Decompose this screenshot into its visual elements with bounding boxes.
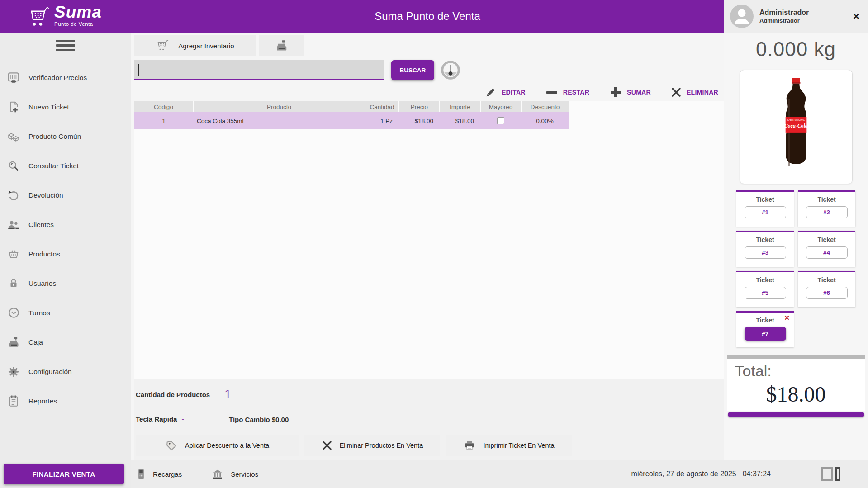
sidebar-item-usuarios[interactable]: Usuarios	[0, 269, 131, 298]
sidebar-item-label: Nuevo Ticket	[28, 103, 69, 111]
sale-button-label: Imprimir Ticket En Venta	[483, 442, 554, 449]
ticket-close-icon[interactable]: ✕	[784, 314, 790, 322]
finalizar-venta-button[interactable]: FINALIZAR VENTA	[4, 464, 124, 484]
search-input[interactable]	[134, 60, 384, 80]
sidebar-menu: Verificador PreciosNuevo TicketProducto …	[0, 63, 131, 416]
sidebar-item-nuevo-ticket[interactable]: Nuevo Ticket	[0, 92, 131, 122]
page-title: Suma Punto de Venta	[131, 10, 724, 23]
ticket-button-4[interactable]: #4	[806, 246, 848, 259]
window-restore-icon[interactable]	[821, 467, 833, 481]
sidebar-item-configuracion[interactable]: Configuración	[0, 357, 131, 386]
suma-cart-logo-icon	[26, 6, 51, 29]
sidebar-item-label: Productos	[28, 250, 60, 258]
pencil-icon	[485, 86, 497, 98]
sidebar-item-label: Caja	[28, 338, 43, 346]
sidebar-item-consultar-ticket[interactable]: Consultar Ticket	[0, 151, 131, 180]
column-header: Mayoreo	[480, 101, 521, 112]
sidebar-item-productos[interactable]: Productos	[0, 239, 131, 269]
search-row: BUSCAR	[134, 60, 724, 81]
svg-text:Coca-Cola: Coca-Cola	[784, 122, 807, 128]
cash-register-icon	[275, 39, 288, 52]
imprimir-ticket-button[interactable]: Imprimir Ticket En Venta	[446, 435, 572, 456]
close-window-button[interactable]: ✕	[853, 11, 860, 22]
ticket-button-1[interactable]: #1	[745, 206, 786, 218]
tickets-grid: Ticket#1Ticket#2Ticket#3Ticket#4Ticket#5…	[736, 190, 855, 347]
restar-button[interactable]: RESTAR	[545, 86, 589, 98]
agregar-inventario-button[interactable]: Agregar Inventario	[134, 35, 256, 56]
sidebar-item-reportes[interactable]: Reportes	[0, 386, 131, 416]
sidebar-item-producto-comun[interactable]: Producto Común	[0, 122, 131, 151]
xmark-icon	[322, 440, 332, 451]
column-header: Cantidad	[365, 101, 399, 112]
ticket-button-3[interactable]: #3	[745, 246, 786, 259]
recargas-label: Recargas	[153, 470, 182, 478]
sidebar-item-turnos[interactable]: Turnos	[0, 298, 131, 327]
tipo-cambio-label: Tipo Cambio $0.00	[229, 416, 289, 423]
total-card: Total: $18.00	[727, 355, 865, 417]
register-icon	[6, 336, 21, 349]
cantidad-productos-value: 1	[224, 388, 231, 402]
column-header: Descuento	[521, 101, 569, 112]
action-label: SUMAR	[627, 89, 651, 96]
servicios-label: Servicios	[231, 470, 258, 478]
date-text: miércoles, 27 de agosto de 2025	[631, 470, 736, 478]
ticket-card: Ticket#5	[736, 271, 794, 307]
sumar-button[interactable]: SUMAR	[609, 86, 651, 99]
coca-cola-bottle-image: SABOR ORIGINAL Coca-Cola	[775, 76, 817, 179]
sidebar-item-verificador-precios[interactable]: Verificador Precios	[0, 63, 131, 92]
ticket-label: Ticket	[756, 196, 774, 203]
ticket-card: Ticket#6	[798, 271, 855, 307]
ticket-button-5[interactable]: #5	[745, 287, 786, 299]
doc-plus-icon	[6, 101, 21, 114]
scale-gauge-icon[interactable]	[440, 60, 461, 81]
table-row[interactable]: 1Coca Cola 355ml1 Pz$18.00$18.000.00%	[134, 112, 569, 129]
ticket-label: Ticket	[817, 196, 835, 203]
sidebar-item-caja[interactable]: Caja	[0, 327, 131, 357]
clock-icon	[6, 307, 21, 319]
basket-icon	[6, 248, 21, 260]
right-panel: 0.000 kg SABOR ORIGINAL Coca-Cola Ticket…	[724, 33, 868, 460]
eliminar-productos-button[interactable]: Eliminar Productos En Venta	[304, 435, 440, 456]
sidebar-item-devolucion[interactable]: Devolución	[0, 180, 131, 210]
printer-icon	[463, 440, 476, 451]
sidebar-item-label: Turnos	[28, 309, 50, 317]
servicios-button[interactable]: Servicios	[212, 468, 258, 480]
mobile-phone-icon	[137, 468, 146, 480]
ticket-button-7[interactable]: #7	[745, 327, 786, 341]
buscar-button[interactable]: BUSCAR	[391, 60, 434, 80]
gear-icon	[6, 365, 21, 378]
sidebar-item-label: Consultar Ticket	[28, 162, 79, 170]
cell-importe: $18.00	[440, 112, 480, 129]
tecla-rapida-value: -	[181, 415, 184, 423]
ticket-card: Ticket#3	[736, 231, 794, 267]
sidebar-item-label: Producto Común	[28, 133, 81, 141]
ticket-label: Ticket	[756, 317, 774, 324]
sidebar-item-clientes[interactable]: Clientes	[0, 210, 131, 239]
brand-tagline: Punto de Venta	[54, 22, 102, 27]
tag-icon	[165, 439, 178, 452]
menu-icon[interactable]	[56, 40, 75, 51]
ticket-label: Ticket	[756, 236, 774, 243]
cash-register-button[interactable]	[259, 35, 304, 56]
cell-descuento: 0.00%	[521, 112, 569, 129]
cantidad-productos-label: Cantidad de Productos	[136, 391, 210, 398]
ticket-button-2[interactable]: #2	[806, 206, 848, 218]
sidebar-item-label: Configuración	[28, 368, 72, 376]
people-icon	[6, 219, 21, 231]
cell-mayoreo	[480, 112, 521, 129]
column-header: Producto	[193, 101, 365, 112]
total-bottom-divider	[728, 412, 864, 417]
ticket-card: Ticket#4	[798, 231, 855, 267]
user-name: Administrador	[759, 8, 809, 17]
recargas-button[interactable]: Recargas	[137, 468, 182, 480]
eliminar-button[interactable]: ELIMINAR	[671, 87, 718, 98]
avatar	[730, 5, 754, 28]
ticket-card: Ticket#1	[736, 190, 794, 227]
mayoreo-checkbox[interactable]	[497, 117, 504, 124]
row-actions: EDITARRESTARSUMARELIMINAR	[134, 84, 724, 100]
ticket-button-6[interactable]: #6	[806, 287, 848, 299]
window-panel-icon[interactable]	[835, 467, 840, 481]
editar-button[interactable]: EDITAR	[485, 86, 526, 98]
aplicar-descuento-button[interactable]: Aplicar Descuento a la Venta	[136, 435, 299, 456]
minimize-window-button[interactable]: —	[851, 470, 858, 478]
